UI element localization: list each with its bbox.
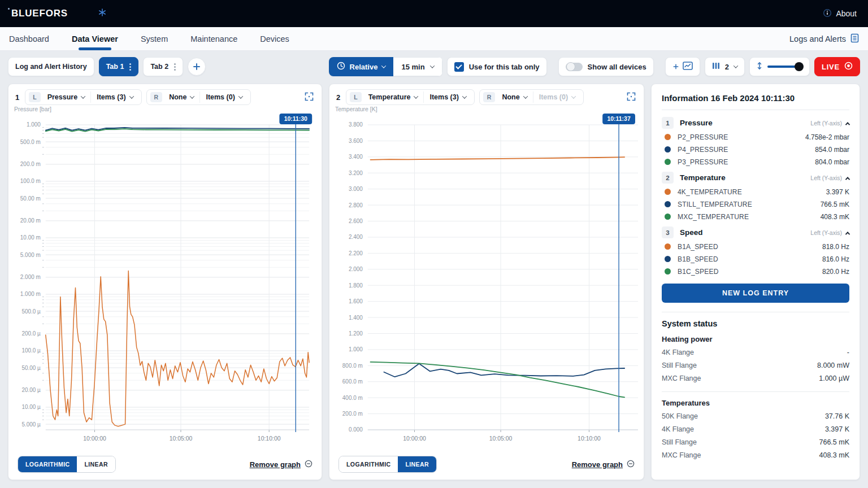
chevron-down-icon — [734, 63, 738, 68]
topbar: BLUEFORS About — [0, 0, 868, 27]
tab-only-option[interactable]: Use for this tab only — [447, 57, 547, 76]
group-number: 2 — [662, 172, 674, 184]
show-all-devices-option[interactable]: Show all devices — [558, 57, 654, 76]
temperature-chart[interactable]: 3.8003.6003.4003.2003.0002.8002.6002.400… — [329, 84, 644, 480]
logarithmic-button[interactable]: LOGARITHMIC — [339, 456, 398, 472]
add-graph-button[interactable] — [665, 57, 700, 76]
right-measurement-select[interactable]: None — [163, 91, 199, 103]
chart-number: 2 — [336, 93, 340, 102]
chevron-down-icon — [571, 94, 576, 98]
svg-text:100.0 µ: 100.0 µ — [21, 347, 41, 354]
group-speed-header: 3 Speed Left (Y-axis) — [662, 226, 849, 238]
pressure-chart[interactable]: 1.000500.0 m200.0 m100.0 m50.00 m20.00 m… — [8, 84, 322, 480]
svg-text:200.0 µ: 200.0 µ — [21, 330, 41, 337]
svg-text:600.0 m: 600.0 m — [342, 378, 363, 385]
log-alert-history-button[interactable]: Log and Alert History — [8, 57, 94, 76]
left-measurement-select[interactable]: Temperature — [363, 91, 424, 103]
tab-1[interactable]: Tab 1 — [99, 57, 139, 76]
nav-maintenance[interactable]: Maintenance — [190, 27, 237, 50]
remove-graph-link[interactable]: Remove graph — [250, 460, 313, 469]
pressure-graph-header: 1 L Pressure Items (3) R None Items (0) — [15, 89, 315, 105]
time-mode-button[interactable]: Relative — [329, 57, 394, 76]
columns-select[interactable]: 2 — [705, 57, 745, 76]
left-measurement-select[interactable]: Pressure — [42, 91, 91, 103]
status-row: Still Flange766.5 mK — [662, 438, 849, 446]
tab-1-menu-icon[interactable] — [129, 66, 131, 68]
group-number: 3 — [662, 226, 674, 238]
sensor-row: P3_PRESSURE804.0 mbar — [665, 158, 849, 166]
left-items-select[interactable]: Items (3) — [423, 91, 471, 103]
svg-text:400.0 m: 400.0 m — [342, 395, 363, 401]
sensor-row: B1C_SPEED820.0 Hz — [665, 267, 849, 276]
add-tab-button[interactable] — [188, 58, 206, 76]
remove-graph-link[interactable]: Remove graph — [572, 460, 635, 469]
live-record-icon — [844, 62, 853, 72]
chevron-down-icon — [414, 94, 418, 98]
svg-text:1.400: 1.400 — [349, 315, 363, 321]
chevron-down-icon — [429, 63, 434, 68]
live-button[interactable]: LIVE — [814, 57, 860, 76]
svg-text:10:10:00: 10:10:00 — [578, 435, 601, 442]
chevron-down-icon — [129, 94, 133, 98]
about-button[interactable]: About — [823, 8, 857, 19]
group-axis-toggle[interactable]: Left (Y-axis) — [810, 229, 849, 236]
right-measurement-select[interactable]: None — [496, 91, 532, 103]
main-nav: Dashboard Data Viewer System Maintenance… — [0, 27, 868, 51]
fullscreen-icon[interactable] — [626, 91, 637, 104]
slider-knob[interactable] — [795, 62, 804, 71]
left-items-select[interactable]: Items (3) — [90, 91, 138, 103]
temperature-graph-header: 2 L Temperature Items (3) R None Items (… — [336, 89, 637, 105]
tab-2[interactable]: Tab 2 — [143, 57, 183, 76]
heating-power-title: Heating power — [662, 335, 849, 343]
svg-text:800.0 m: 800.0 m — [342, 363, 363, 369]
time-range-select[interactable]: 15 min — [393, 57, 442, 76]
columns-count: 2 — [725, 63, 729, 71]
svg-text:500.0 m: 500.0 m — [20, 139, 41, 145]
svg-text:3.200: 3.200 — [349, 170, 363, 176]
linear-button[interactable]: LINEAR — [398, 456, 436, 472]
status-row: MXC Flange408.3 mK — [662, 451, 849, 459]
svg-text:10:10:00: 10:10:00 — [258, 435, 281, 442]
svg-text:50.00 µ: 50.00 µ — [21, 365, 41, 371]
checkbox-checked-icon[interactable] — [454, 62, 464, 72]
chevron-down-icon — [238, 94, 243, 98]
pressure-graph-panel: 1 L Pressure Items (3) R None Items (0) … — [8, 84, 322, 480]
right-items-select[interactable]: Items (0) — [199, 91, 248, 103]
right-items-select[interactable]: Items (0) — [533, 91, 581, 103]
height-slider-control — [749, 57, 810, 76]
tab-2-menu-icon[interactable] — [174, 66, 176, 68]
height-slider[interactable] — [767, 66, 802, 68]
nav-system[interactable]: System — [141, 27, 168, 50]
linear-button[interactable]: LINEAR — [77, 456, 115, 472]
svg-text:1.000 m: 1.000 m — [20, 291, 41, 297]
logarithmic-button[interactable]: LOGARITHMIC — [18, 456, 77, 472]
toggle-off-icon[interactable] — [566, 63, 583, 71]
group-axis-toggle[interactable]: Left (Y-axis) — [810, 175, 849, 181]
svg-text:2.800: 2.800 — [349, 202, 363, 208]
info-icon — [823, 8, 832, 19]
svg-text:200.0 m: 200.0 m — [342, 411, 363, 417]
sensor-row: B1B_SPEED816.0 Hz — [665, 255, 849, 263]
nav-data-viewer[interactable]: Data Viewer — [72, 27, 118, 50]
svg-text:500.0 µ: 500.0 µ — [21, 308, 41, 315]
series-color-dot — [665, 243, 671, 250]
system-mark-icon — [98, 8, 106, 19]
fullscreen-icon[interactable] — [303, 91, 315, 104]
information-panel: Information 16 Feb 2024 10:11:30 1 Press… — [651, 84, 860, 480]
chevron-up-icon — [845, 232, 850, 236]
nav-dashboard[interactable]: Dashboard — [9, 27, 49, 50]
series-color-dot — [665, 189, 671, 195]
group-axis-toggle[interactable]: Left (Y-axis) — [810, 120, 849, 127]
resize-vertical-icon — [757, 62, 762, 72]
nav-devices[interactable]: Devices — [260, 27, 289, 50]
plus-icon — [193, 63, 200, 70]
new-log-entry-button[interactable]: NEW LOG ENTRY — [662, 284, 849, 303]
svg-text:2.200: 2.200 — [349, 250, 363, 256]
columns-icon — [712, 62, 720, 71]
logs-and-alerts-button[interactable]: Logs and Alerts — [789, 33, 859, 45]
info-title: Information 16 Feb 2024 10:11:30 — [662, 93, 849, 103]
svg-text:10:00:00: 10:00:00 — [83, 435, 106, 442]
main-content: 1 L Pressure Items (3) R None Items (0) … — [8, 84, 860, 480]
svg-text:1.800: 1.800 — [349, 282, 363, 289]
right-axis-chip: R — [150, 92, 163, 102]
